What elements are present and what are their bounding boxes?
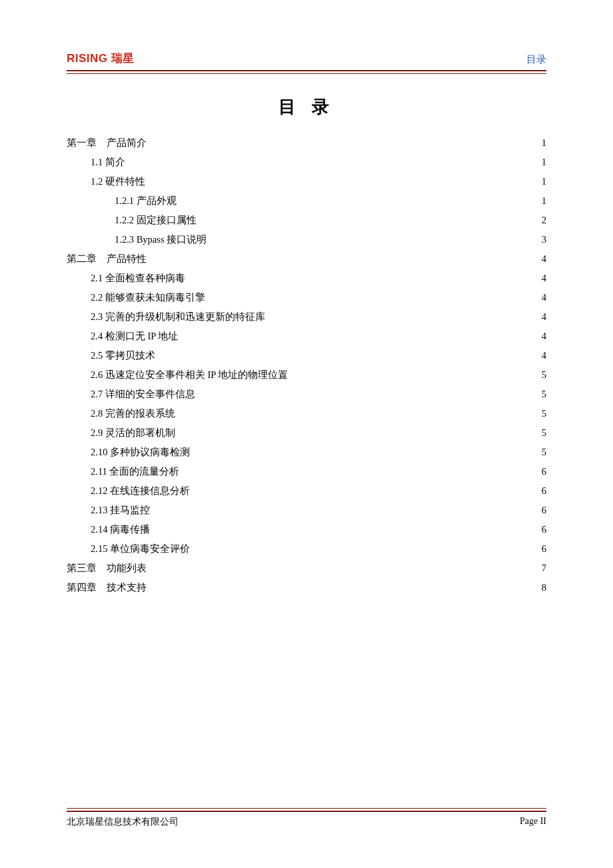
- page-footer: 北京瑞星信息技术有限公司 Page II: [67, 812, 546, 828]
- toc-entry[interactable]: 2.6 迅速定位安全事件相关 IP 地址的物理位置5: [67, 365, 546, 385]
- footer-wrap: 北京瑞星信息技术有限公司 Page II: [67, 808, 546, 828]
- toc-entry-page: 4: [539, 327, 546, 346]
- toc-entry[interactable]: 2.9 灵活的部署机制5: [67, 423, 546, 443]
- toc-entry-label: 2.8 完善的报表系统: [91, 404, 175, 423]
- header-section-label: 目录: [526, 53, 546, 66]
- toc-entry-page: 6: [539, 501, 546, 520]
- toc-leader-dots: [147, 137, 539, 147]
- toc-entry-page: 7: [539, 559, 546, 578]
- toc-leader-dots: [145, 175, 539, 185]
- toc-entry-label: 2.11 全面的流量分析: [91, 462, 179, 481]
- toc-entry[interactable]: 1.1 简介1: [67, 153, 546, 172]
- toc-leader-dots: [175, 407, 539, 417]
- toc-entry-page: 5: [539, 365, 546, 385]
- toc-entry[interactable]: 2.11 全面的流量分析6: [67, 462, 546, 481]
- toc-entry[interactable]: 1.2 硬件特性1: [67, 172, 546, 191]
- toc-entry-label: 2.5 零拷贝技术: [91, 346, 155, 365]
- toc-entry-label: 1.2.1 产品外观: [115, 191, 177, 211]
- toc-entry[interactable]: 2.15 单位病毒安全评价6: [67, 539, 546, 559]
- toc-entry-label: 第二章 产品特性: [67, 249, 147, 269]
- toc-leader-dots: [150, 523, 539, 533]
- toc-entry-label: 第一章 产品简介: [67, 133, 147, 153]
- toc-entry-label: 1.2 硬件特性: [91, 172, 145, 191]
- toc-entry[interactable]: 2.13 挂马监控6: [67, 501, 546, 520]
- toc-leader-dots: [147, 581, 539, 591]
- toc-entry[interactable]: 第三章 功能列表7: [67, 559, 546, 578]
- toc-leader-dots: [207, 233, 539, 243]
- toc-entry-label: 2.7 详细的安全事件信息: [91, 385, 195, 404]
- toc-entry[interactable]: 2.12 在线连接信息分析6: [67, 481, 546, 501]
- toc-entry-page: 1: [539, 172, 546, 191]
- toc-entry-label: 2.1 全面检查各种病毒: [91, 269, 185, 288]
- toc-entry-page: 5: [539, 385, 546, 404]
- toc-entry-label: 2.12 在线连接信息分析: [91, 481, 190, 501]
- toc-entry[interactable]: 2.1 全面检查各种病毒4: [67, 269, 546, 288]
- toc-leader-dots: [190, 446, 539, 456]
- toc-leader-dots: [155, 349, 539, 359]
- toc-entry-page: 5: [539, 404, 546, 423]
- toc-leader-dots: [177, 195, 539, 205]
- toc-entry[interactable]: 2.2 能够查获未知病毒引擎4: [67, 288, 546, 307]
- toc-leader-dots: [179, 465, 538, 475]
- page-title: 目 录: [67, 95, 546, 119]
- toc-entry-page: 6: [539, 539, 546, 559]
- toc-entry[interactable]: 2.4 检测口无 IP 地址4: [67, 327, 546, 346]
- toc-entry[interactable]: 1.2.1 产品外观1: [67, 191, 546, 211]
- brand-logo-cn: 瑞星: [111, 51, 135, 66]
- brand-logo-en: RISING: [67, 52, 108, 65]
- toc-entry-page: 5: [539, 423, 546, 443]
- toc-leader-dots: [147, 562, 539, 572]
- toc-leader-dots: [288, 369, 538, 379]
- toc-leader-dots: [265, 311, 539, 321]
- toc-entry[interactable]: 2.7 详细的安全事件信息5: [67, 385, 546, 404]
- toc-leader-dots: [125, 156, 539, 166]
- toc-entry-page: 4: [539, 249, 546, 269]
- page-header: RISING 瑞星 目录: [67, 51, 546, 69]
- toc-entry-page: 6: [539, 520, 546, 539]
- toc-entry[interactable]: 2.8 完善的报表系统5: [67, 404, 546, 423]
- toc-entry[interactable]: 第一章 产品简介1: [67, 133, 546, 153]
- toc-entry-label: 2.13 挂马监控: [91, 501, 150, 520]
- toc-leader-dots: [178, 330, 538, 340]
- brand-logo: RISING 瑞星: [67, 51, 135, 66]
- toc-leader-dots: [150, 504, 539, 514]
- toc-entry[interactable]: 第二章 产品特性4: [67, 249, 546, 269]
- toc-entry[interactable]: 2.3 完善的升级机制和迅速更新的特征库4: [67, 307, 546, 327]
- toc-entry-page: 2: [539, 211, 546, 230]
- footer-page-number: Page II: [520, 816, 546, 828]
- toc-leader-dots: [185, 272, 539, 282]
- toc-entry-page: 4: [539, 307, 546, 327]
- toc-entry-page: 3: [539, 230, 546, 249]
- toc-entry-label: 2.14 病毒传播: [91, 520, 150, 539]
- toc-entry-label: 2.6 迅速定位安全事件相关 IP 地址的物理位置: [91, 365, 288, 385]
- toc-entry-page: 5: [539, 443, 546, 462]
- toc-leader-dots: [195, 388, 539, 398]
- toc-entry-label: 2.4 检测口无 IP 地址: [91, 327, 178, 346]
- footer-company: 北京瑞星信息技术有限公司: [67, 816, 179, 828]
- toc-entry-label: 2.3 完善的升级机制和迅速更新的特征库: [91, 307, 265, 327]
- toc-entry[interactable]: 1.2.2 固定接口属性2: [67, 211, 546, 230]
- toc-entry[interactable]: 1.2.3 Bypass 接口说明3: [67, 230, 546, 249]
- toc-entry-label: 2.2 能够查获未知病毒引擎: [91, 288, 205, 307]
- toc-entry-label: 第三章 功能列表: [67, 559, 147, 578]
- toc-entry-page: 4: [539, 346, 546, 365]
- toc-entry[interactable]: 2.14 病毒传播6: [67, 520, 546, 539]
- toc-entry-label: 2.15 单位病毒安全评价: [91, 539, 190, 559]
- toc-entry-page: 4: [539, 288, 546, 307]
- toc-entry-label: 1.1 简介: [91, 153, 125, 172]
- document-page: RISING 瑞星 目录 目 录 第一章 产品简介11.1 简介11.2 硬件特…: [0, 0, 613, 868]
- toc-entry[interactable]: 2.5 零拷贝技术4: [67, 346, 546, 365]
- toc-entry-label: 2.9 灵活的部署机制: [91, 423, 175, 443]
- toc-entry[interactable]: 第四章 技术支持8: [67, 578, 546, 597]
- toc-entry-label: 第四章 技术支持: [67, 578, 147, 597]
- toc-entry[interactable]: 2.10 多种协议病毒检测5: [67, 443, 546, 462]
- toc-entry-page: 1: [539, 153, 546, 172]
- toc-entry-page: 8: [539, 578, 546, 597]
- table-of-contents: 第一章 产品简介11.1 简介11.2 硬件特性11.2.1 产品外观11.2.…: [67, 133, 546, 808]
- toc-leader-dots: [197, 214, 539, 224]
- toc-entry-page: 6: [539, 462, 546, 481]
- toc-entry-label: 1.2.2 固定接口属性: [115, 211, 197, 230]
- toc-entry-page: 1: [539, 133, 546, 153]
- toc-entry-label: 2.10 多种协议病毒检测: [91, 443, 190, 462]
- toc-leader-dots: [190, 543, 539, 553]
